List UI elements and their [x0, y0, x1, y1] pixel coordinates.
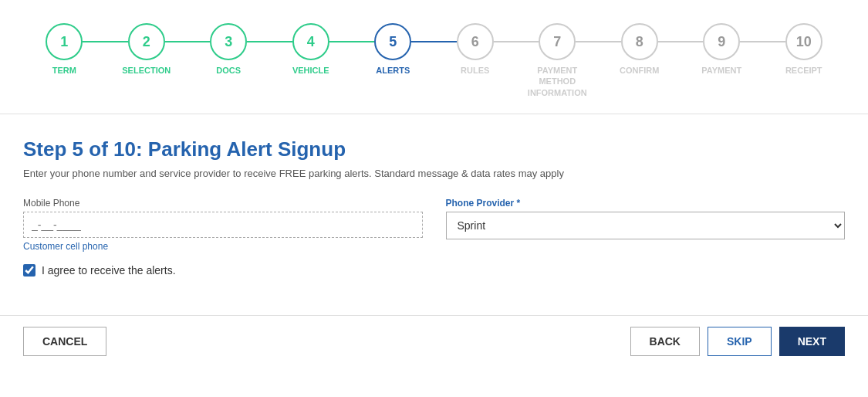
step-label-7: PAYMENT METHOD INFORMATION	[528, 65, 587, 98]
step-circle-10: 10	[785, 23, 822, 60]
agree-row: I agree to receive the alerts.	[23, 264, 845, 277]
step-item-6: 6 RULES	[434, 23, 517, 96]
back-button[interactable]: BACK	[630, 327, 700, 356]
agree-label[interactable]: I agree to receive the alerts.	[42, 264, 176, 277]
step-prefix: Step 5 of 10:	[23, 137, 148, 161]
step-label-9: PAYMENT	[701, 65, 741, 96]
form-row: Mobile Phone Customer cell phone Phone P…	[23, 198, 845, 252]
cancel-button[interactable]: CANCEL	[23, 327, 106, 356]
step-label-8: CONFIRM	[620, 65, 659, 96]
step-circle-2: 2	[128, 23, 165, 60]
step-circle-3: 3	[210, 23, 247, 60]
step-circle-4: 4	[292, 23, 329, 60]
page-title: Step 5 of 10: Parking Alert Signup	[23, 137, 845, 161]
next-button[interactable]: NEXT	[779, 327, 845, 356]
footer-right: BACK SKIP NEXT	[630, 327, 845, 356]
step-circle-8: 8	[621, 23, 658, 60]
agree-checkbox[interactable]	[23, 264, 35, 277]
step-item-10: 10 RECEIPT	[763, 23, 846, 96]
step-label-10: RECEIPT	[785, 65, 822, 96]
step-item-7: 7 PAYMENT METHOD INFORMATION	[516, 23, 599, 98]
step-item-1: 1 TERM	[23, 23, 106, 96]
phone-provider-group: Phone Provider * Sprint AT&T Verizon T-M…	[446, 198, 846, 239]
mobile-phone-group: Mobile Phone Customer cell phone	[23, 198, 423, 252]
step-title-highlight: Parking Alert Signup	[148, 137, 346, 161]
step-label-5: ALERTS	[376, 65, 410, 96]
step-subtitle: Enter your phone number and service prov…	[23, 168, 845, 179]
step-item-5: 5 ALERTS	[352, 23, 434, 96]
phone-provider-select[interactable]: Sprint AT&T Verizon T-Mobile Other	[446, 212, 846, 239]
step-label-2: SELECTION	[122, 65, 171, 96]
step-circle-6: 6	[457, 23, 494, 60]
step-label-4: VEHICLE	[292, 65, 329, 96]
stepper: 1 TERM 2 SELECTION 3 DOCS	[23, 23, 845, 98]
phone-provider-label: Phone Provider *	[446, 198, 846, 209]
mobile-phone-label: Mobile Phone	[23, 198, 423, 209]
skip-button[interactable]: SKIP	[708, 327, 772, 356]
step-item-3: 3 DOCS	[187, 23, 270, 96]
step-item-4: 4 VEHICLE	[270, 23, 353, 96]
mobile-phone-hint: Customer cell phone	[23, 241, 423, 252]
step-label-1: TERM	[52, 65, 76, 96]
step-label-3: DOCS	[216, 65, 241, 96]
step-circle-9: 9	[703, 23, 740, 60]
step-circle-5: 5	[374, 23, 411, 60]
step-item-8: 8 CONFIRM	[599, 23, 681, 96]
step-item-2: 2 SELECTION	[106, 23, 188, 96]
step-circle-1: 1	[46, 23, 83, 60]
step-circle-7: 7	[539, 23, 576, 60]
stepper-container: 1 TERM 2 SELECTION 3 DOCS	[0, 0, 868, 114]
footer: CANCEL BACK SKIP NEXT	[0, 315, 868, 367]
mobile-phone-input[interactable]	[23, 212, 423, 238]
step-item-9: 9 PAYMENT	[681, 23, 763, 96]
step-label-6: RULES	[461, 65, 489, 96]
main-content: Step 5 of 10: Parking Alert Signup Enter…	[0, 114, 868, 315]
